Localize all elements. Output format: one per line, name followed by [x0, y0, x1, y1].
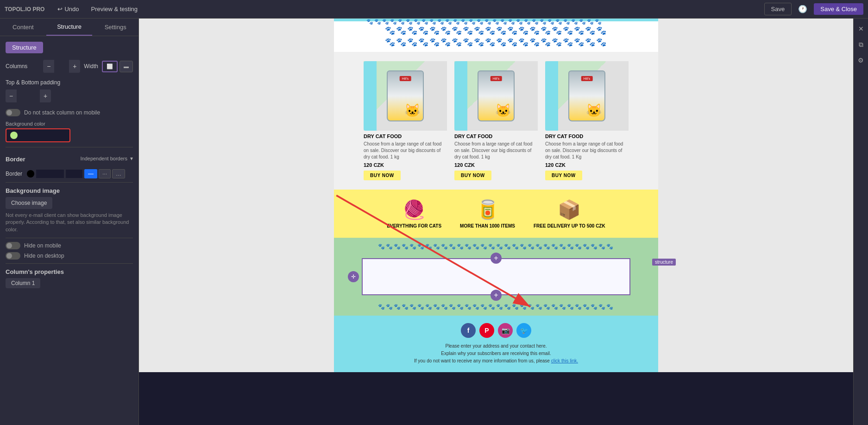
border-title: Border	[6, 156, 25, 163]
choose-image-button[interactable]: Choose image	[6, 197, 52, 209]
hide-mobile-toggle[interactable]	[6, 242, 20, 249]
can-icon: 🥫	[476, 199, 499, 221]
facebook-icon[interactable]: f	[461, 323, 476, 338]
product-img-2: Hill's 🐱	[454, 61, 538, 131]
border-px-value[interactable]: 0 px	[66, 170, 82, 178]
green-section: 🐾🐾🐾🐾🐾🐾🐾🐾🐾🐾🐾🐾🐾🐾🐾🐾🐾🐾🐾🐾🐾🐾🐾🐾🐾🐾🐾🐾🐾🐾 + ✛ + str…	[334, 238, 658, 316]
selected-row[interactable]: + ✛ + structure	[362, 258, 630, 295]
columns-value[interactable]: 1	[54, 60, 69, 73]
hide-desktop-label: Hide on desktop	[24, 253, 64, 259]
panel-tabs: Content Structure Settings	[0, 19, 138, 36]
border-label: Border	[6, 171, 22, 177]
left-panel: Content Structure Settings Structure Col…	[0, 19, 139, 425]
add-below-button[interactable]: +	[491, 290, 502, 301]
width-label: Width	[84, 63, 98, 70]
tab-content[interactable]: Content	[0, 19, 46, 36]
padding-increment[interactable]: +	[40, 89, 51, 102]
buy-btn-2[interactable]: BUY NOW	[454, 171, 491, 180]
bg-image-title: Background image	[6, 187, 133, 194]
product-grid: Hill's 🐱 DRY CAT FOOD Choose from a larg…	[334, 52, 658, 190]
border-solid-btn[interactable]: —	[84, 169, 97, 178]
bg-color-section: Background color #B8E986	[6, 121, 133, 142]
padding-label: Top & Bottom padding	[6, 79, 133, 86]
bg-color-label: Background color	[6, 121, 133, 127]
buy-btn-3[interactable]: BUY NOW	[545, 171, 582, 180]
banner-item-1: 🧶 EVERYTHING FOR CATS	[387, 199, 441, 228]
bg-color-field[interactable]: #B8E986	[6, 128, 70, 142]
hide-desktop-toggle[interactable]	[6, 252, 20, 260]
bg-color-dot	[10, 132, 18, 139]
paws-row-1: 🐾🐾🐾🐾🐾🐾🐾🐾🐾🐾🐾🐾🐾🐾🐾🐾🐾🐾🐾🐾	[385, 25, 607, 37]
padding-value[interactable]: 9 px	[17, 89, 40, 102]
border-color-dot[interactable]	[27, 170, 34, 178]
width-center-btn[interactable]: ⬜	[102, 61, 118, 72]
social-icons: f P 📷 🐦	[461, 323, 531, 338]
product-card-2: Hill's 🐱 DRY CAT FOOD Choose from a larg…	[454, 61, 538, 180]
green-paws-top: 🐾🐾🐾🐾🐾🐾🐾🐾🐾🐾🐾🐾🐾🐾🐾🐾🐾🐾🐾🐾🐾🐾🐾🐾🐾🐾🐾🐾🐾🐾	[334, 241, 658, 252]
padding-decrement[interactable]: −	[6, 89, 17, 102]
drag-handle[interactable]: ✛	[348, 271, 359, 282]
columns-decrement[interactable]: −	[43, 60, 54, 73]
stack-column-toggle[interactable]	[6, 109, 20, 116]
tab-structure[interactable]: Structure	[46, 19, 93, 36]
padding-stepper: − 9 px +	[6, 89, 51, 102]
border-color-value[interactable]: #000000	[36, 170, 64, 178]
save-close-button[interactable]: Save & Close	[814, 3, 863, 15]
divider-1	[6, 147, 133, 147]
right-settings-btn[interactable]: ⚙	[855, 54, 868, 67]
product-card-1: Hill's 🐱 DRY CAT FOOD Choose from a larg…	[364, 61, 447, 180]
divider-4	[6, 263, 133, 264]
width-buttons: ⬜ ▬	[102, 61, 133, 72]
product-card-3: Hill's 🐱 DRY CAT FOOD Choose from a larg…	[545, 61, 629, 180]
banner-text-2: MORE THAN 1000 ITEMS	[460, 223, 515, 228]
structure-tag: structure	[652, 259, 676, 266]
instagram-icon[interactable]: 📷	[498, 323, 513, 338]
paws-row-2: 🐾🐾🐾🐾🐾🐾🐾🐾🐾🐾🐾🐾🐾🐾🐾🐾🐾🐾🐾🐾	[385, 37, 607, 48]
canvas-area: 🐾🐾🐾🐾🐾🐾🐾🐾🐾🐾🐾🐾🐾🐾🐾🐾🐾🐾🐾🐾 🐾🐾🐾🐾🐾🐾🐾🐾🐾🐾🐾🐾🐾🐾🐾🐾🐾🐾🐾…	[139, 19, 853, 372]
social-line-2: Explain why your subscribers are receivi…	[414, 350, 578, 357]
undo-button[interactable]: ↩ Undo	[54, 4, 82, 14]
selected-row-container: + ✛ + structure	[334, 252, 658, 302]
hide-mobile-row: Hide on mobile	[6, 242, 133, 249]
hide-desktop-row: Hide on desktop	[6, 252, 133, 260]
structure-badge[interactable]: Structure	[6, 42, 43, 53]
social-section: f P 📷 🐦 Please enter your address and yo…	[334, 316, 658, 372]
add-above-button[interactable]: +	[491, 253, 502, 264]
border-dashed-btn[interactable]: ···	[99, 169, 111, 178]
topbar: TOPOL.IO PRO ↩ Undo Preview & testing Sa…	[0, 0, 868, 19]
tab-settings[interactable]: Settings	[92, 19, 138, 36]
bg-color-value[interactable]: #B8E986	[20, 132, 53, 139]
buy-btn-1[interactable]: BUY NOW	[364, 171, 401, 180]
border-style-buttons: — ··· …	[84, 169, 125, 178]
divider-3	[6, 238, 133, 238]
product-img-3: Hill's 🐱	[545, 61, 629, 131]
unsubscribe-link[interactable]: click this link.	[551, 358, 578, 363]
pinterest-icon[interactable]: P	[479, 323, 494, 338]
history-button[interactable]: 🕐	[796, 3, 809, 15]
product-price-2: 120 CZK	[454, 162, 538, 168]
right-copy-btn[interactable]: ⧉	[855, 38, 868, 51]
right-close-btn[interactable]: ✕	[855, 22, 868, 35]
preview-button[interactable]: Preview & testing	[88, 4, 141, 14]
product-price-1: 120 CZK	[364, 162, 447, 168]
stack-column-label: Do not stack column on mobile	[24, 109, 100, 116]
independent-borders-btn[interactable]: Independent borders	[80, 156, 127, 161]
box-icon: 📦	[558, 199, 581, 221]
columns-label: Columns	[6, 63, 39, 70]
product-name-3: DRY CAT FOOD	[545, 133, 629, 139]
save-button[interactable]: Save	[764, 3, 792, 15]
width-full-btn[interactable]: ▬	[120, 61, 133, 72]
column-1-badge[interactable]: Column 1	[6, 278, 40, 288]
border-dotted-btn[interactable]: …	[112, 169, 125, 178]
bg-image-section: Background image Choose image Not every …	[6, 187, 133, 233]
twitter-icon[interactable]: 🐦	[516, 323, 531, 338]
border-header-row: Border Independent borders ▾	[6, 151, 133, 165]
columns-row: Columns − 1 + Width ⬜ ▬	[6, 60, 133, 73]
email-canvas: 🐾🐾🐾🐾🐾🐾🐾🐾🐾🐾🐾🐾🐾🐾🐾🐾🐾🐾🐾🐾 🐾🐾🐾🐾🐾🐾🐾🐾🐾🐾🐾🐾🐾🐾🐾🐾🐾🐾🐾…	[334, 19, 658, 372]
columns-increment[interactable]: +	[69, 60, 80, 73]
right-sidebar: ✕ ⧉ ⚙	[853, 19, 868, 425]
canvas-wrapper: 🐾🐾🐾🐾🐾🐾🐾🐾🐾🐾🐾🐾🐾🐾🐾🐾🐾🐾🐾🐾 🐾🐾🐾🐾🐾🐾🐾🐾🐾🐾🐾🐾🐾🐾🐾🐾🐾🐾🐾…	[139, 19, 853, 425]
social-line-1: Please enter your address and your conta…	[414, 343, 578, 350]
product-name-2: DRY CAT FOOD	[454, 133, 538, 139]
product-img-1: Hill's 🐱	[364, 61, 447, 131]
